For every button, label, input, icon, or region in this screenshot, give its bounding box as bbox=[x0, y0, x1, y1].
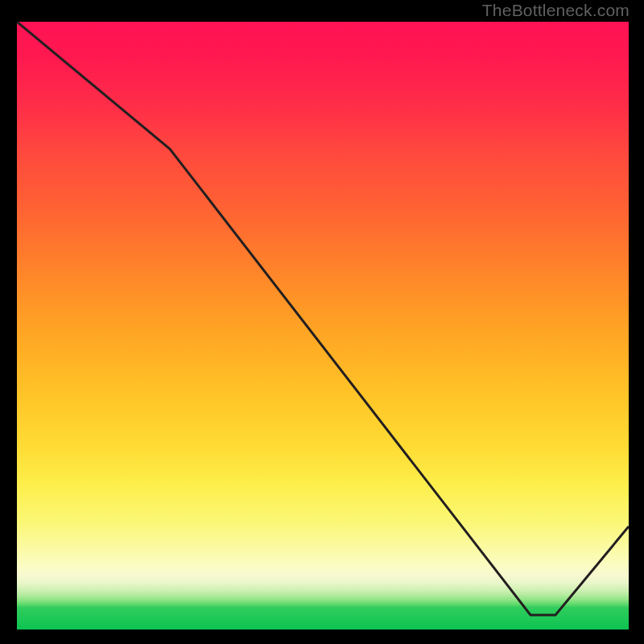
bottleneck-curve bbox=[17, 22, 629, 630]
chart-frame: TheBottleneck.com bbox=[0, 0, 644, 644]
watermark-text: TheBottleneck.com bbox=[482, 1, 630, 20]
plot-area bbox=[17, 22, 629, 630]
